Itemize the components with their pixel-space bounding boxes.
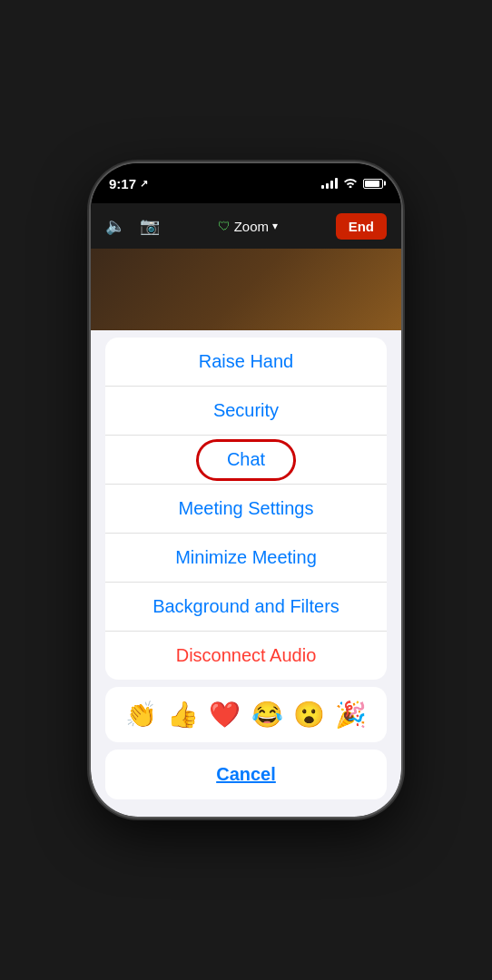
emoji-laugh[interactable]: 😂 (251, 700, 283, 730)
camera-flip-icon[interactable]: 📷 (140, 216, 160, 236)
menu-item-meeting-settings[interactable]: Meeting Settings (105, 485, 387, 534)
menu-item-security[interactable]: Security (105, 387, 387, 436)
zoom-title: Zoom (234, 219, 269, 234)
emoji-reaction-row: 👏 👍 ❤️ 😂 😮 🎉 (105, 687, 387, 742)
menu-item-raise-hand[interactable]: Raise Hand (105, 338, 387, 387)
signal-bars-icon (321, 178, 338, 189)
zoom-toolbar: 🔈 📷 🛡 Zoom ▾ End (91, 203, 401, 249)
menu-item-disconnect-audio[interactable]: Disconnect Audio (105, 632, 387, 680)
menu-item-background-filters[interactable]: Background and Filters (105, 583, 387, 632)
notch (192, 163, 300, 189)
cancel-card: Cancel (105, 750, 387, 799)
home-indicator-area (91, 807, 401, 817)
toolbar-left: 🔈 📷 (105, 216, 160, 236)
cancel-button[interactable]: Cancel (105, 750, 387, 799)
menu-card: Raise Hand Security Chat Meeting Setting… (105, 338, 387, 680)
menu-item-chat[interactable]: Chat (105, 436, 387, 485)
time-display: 9:17 (109, 176, 136, 191)
emoji-thumbsup[interactable]: 👍 (167, 700, 199, 730)
wifi-icon (343, 177, 358, 191)
phone-frame: 9:17 ↗ (91, 163, 401, 817)
emoji-clap[interactable]: 👏 (125, 700, 157, 730)
shield-icon: 🛡 (218, 219, 231, 233)
emoji-party[interactable]: 🎉 (335, 700, 367, 730)
speaker-icon[interactable]: 🔈 (105, 216, 125, 236)
emoji-heart[interactable]: ❤️ (209, 700, 241, 730)
status-bar-right (321, 177, 383, 191)
chevron-down-icon: ▾ (272, 220, 278, 232)
end-button[interactable]: End (336, 213, 387, 240)
phone-inner: 9:17 ↗ (91, 163, 401, 817)
toolbar-center: 🛡 Zoom ▾ (218, 219, 278, 234)
emoji-wow[interactable]: 😮 (293, 700, 325, 730)
battery-icon (363, 179, 383, 189)
video-preview (91, 249, 401, 330)
location-arrow-icon: ↗ (140, 178, 148, 190)
action-sheet-container: Raise Hand Security Chat Meeting Setting… (91, 330, 401, 807)
menu-item-minimize-meeting[interactable]: Minimize Meeting (105, 534, 387, 583)
status-bar-left: 9:17 ↗ (109, 176, 148, 191)
